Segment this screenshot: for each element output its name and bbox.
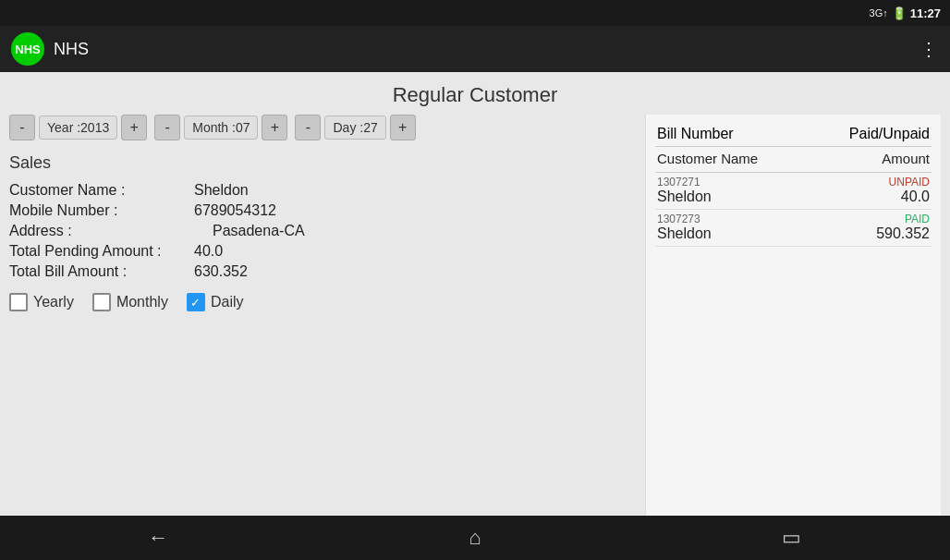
left-panel: - Year :2013 + - Month :07 + - Day :27 +… [9,115,645,516]
bill-number-2: 1307273 [657,213,700,225]
app-logo: NHS [11,32,44,66]
yearly-label: Yearly [33,294,74,310]
main-content: Regular Customer - Year :2013 + - Month … [0,72,950,516]
bill-amount-value: 630.352 [194,263,248,280]
col-paid-unpaid-header: Paid/Unpaid [849,126,930,142]
bill-row-1[interactable]: 1307271 UNPAID Sheldon 40.0 [655,173,932,210]
time-display: 11:27 [910,6,941,20]
address-value: Pasadena-CA [213,223,305,239]
bill-table-top-headers: Bill Number Paid/Unpaid [655,122,932,147]
col-amount-header: Amount [882,151,930,166]
mobile-label: Mobile Number : [9,202,194,219]
bill-amount-label: Total Bill Amount : [9,263,194,280]
bill-amount-2: 590.352 [876,225,930,242]
sales-header: Sales [9,153,636,173]
daily-checkbox[interactable]: ✓ [187,293,205,311]
bill-customer-1: Sheldon [657,189,712,205]
page-title: Regular Customer [0,72,950,115]
year-minus-button[interactable]: - [9,115,35,140]
mobile-row: Mobile Number : 6789054312 [9,202,636,219]
back-button[interactable]: ← [130,519,186,556]
bill-row-2-bottom: Sheldon 590.352 [655,225,932,246]
day-control: - Day :27 + [295,115,415,140]
year-control: - Year :2013 + [9,115,147,140]
monthly-label: Monthly [116,294,168,310]
monthly-checkbox-item[interactable]: Monthly [92,293,168,311]
bill-status-1: UNPAID [889,176,930,189]
customer-name-value: Sheldon [194,182,249,199]
pending-row: Total Pending Amount : 40.0 [9,243,636,260]
year-plus-button[interactable]: + [121,115,147,140]
app-bar: NHS NHS ⋮ [0,26,950,72]
mobile-value: 6789054312 [194,202,276,219]
year-label: Year :2013 [39,116,117,140]
bill-amount-row: Total Bill Amount : 630.352 [9,263,636,280]
app-bar-left: NHS NHS [11,32,89,66]
home-button[interactable]: ⌂ [447,519,503,556]
month-control: - Month :07 + [154,115,287,140]
app-title: NHS [54,40,89,59]
bill-customer-2: Sheldon [657,225,712,242]
recent-button[interactable]: ▭ [764,519,820,556]
signal-indicator: 3G↑ [870,7,888,18]
yearly-checkbox-item[interactable]: Yearly [9,293,74,311]
month-label: Month :07 [184,116,258,140]
bill-status-2: PAID [905,213,930,225]
month-plus-button[interactable]: + [262,115,287,140]
bill-row-2-top: 1307273 PAID [655,210,932,225]
pending-label: Total Pending Amount : [9,243,194,260]
daily-checkbox-item[interactable]: ✓ Daily [187,293,244,311]
day-plus-button[interactable]: + [390,115,416,140]
date-controls: - Year :2013 + - Month :07 + - Day :27 + [9,115,636,140]
day-label: Day :27 [324,116,385,140]
day-minus-button[interactable]: - [295,115,321,140]
bill-col-headers: Customer Name Amount [655,147,932,173]
bill-number-1: 1307271 [657,176,700,189]
bill-row-1-top: 1307271 UNPAID [655,173,932,189]
status-bar: 3G↑ 🔋 11:27 [0,0,950,26]
checkboxes-row: Yearly Monthly ✓ Daily [9,293,636,311]
bill-row-1-bottom: Sheldon 40.0 [655,189,932,209]
status-icons: 3G↑ 🔋 11:27 [870,6,941,20]
month-minus-button[interactable]: - [154,115,180,140]
daily-label: Daily [211,294,244,310]
monthly-checkbox[interactable] [92,293,111,311]
address-label: Address : [9,223,194,239]
col-customer-name-header: Customer Name [657,151,758,166]
address-row: Address : Pasadena-CA [9,223,636,239]
bill-row-2[interactable]: 1307273 PAID Sheldon 590.352 [655,210,932,247]
battery-icon: 🔋 [892,6,907,20]
bill-amount-1: 40.0 [901,189,930,205]
customer-name-label: Customer Name : [9,182,194,199]
bottom-nav: ← ⌂ ▭ [0,516,950,560]
pending-value: 40.0 [194,243,223,260]
right-panel: Bill Number Paid/Unpaid Customer Name Am… [645,115,941,516]
col-bill-number-header: Bill Number [657,126,734,142]
yearly-checkbox[interactable] [9,293,28,311]
content-area: - Year :2013 + - Month :07 + - Day :27 +… [0,115,950,516]
customer-name-row: Customer Name : Sheldon [9,182,636,199]
menu-button[interactable]: ⋮ [920,38,939,60]
